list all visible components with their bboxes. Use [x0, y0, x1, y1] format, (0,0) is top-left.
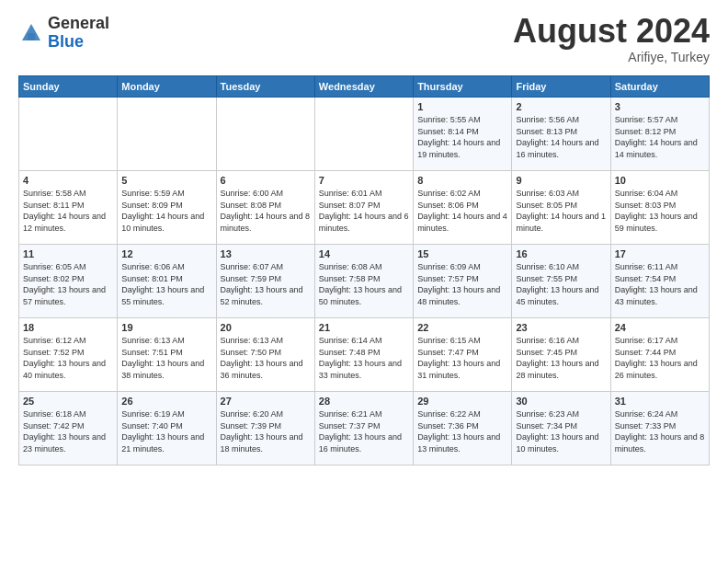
logo-blue-text: Blue	[48, 32, 84, 51]
logo-general-text: General	[48, 14, 109, 32]
week-row-0: 1 Sunrise: 5:55 AMSunset: 8:14 PMDayligh…	[19, 98, 710, 171]
day-number: 12	[121, 248, 211, 259]
logo-icon	[18, 20, 44, 46]
day-number: 1	[417, 101, 507, 112]
day-number: 11	[23, 248, 113, 259]
calendar-cell: 14 Sunrise: 6:08 AMSunset: 7:58 PMDaylig…	[314, 245, 413, 318]
day-number: 28	[319, 396, 409, 407]
day-info: Sunrise: 6:11 AMSunset: 7:54 PMDaylight:…	[615, 261, 705, 307]
calendar-cell: 20 Sunrise: 6:13 AMSunset: 7:50 PMDaylig…	[216, 318, 314, 392]
svg-rect-1	[28, 33, 35, 40]
day-number: 24	[615, 322, 705, 333]
day-info: Sunrise: 6:10 AMSunset: 7:55 PMDaylight:…	[516, 261, 606, 307]
day-number: 31	[615, 396, 705, 407]
calendar-cell: 8 Sunrise: 6:02 AMSunset: 8:06 PMDayligh…	[414, 171, 512, 245]
day-number: 7	[319, 175, 409, 186]
header-thursday: Thursday	[414, 76, 512, 98]
header-monday: Monday	[118, 76, 216, 98]
calendar-cell: 12 Sunrise: 6:06 AMSunset: 8:01 PMDaylig…	[118, 245, 216, 318]
calendar-cell: 31 Sunrise: 6:24 AMSunset: 7:33 PMDaylig…	[610, 392, 709, 465]
calendar-cell	[19, 98, 118, 171]
calendar-cell: 28 Sunrise: 6:21 AMSunset: 7:37 PMDaylig…	[314, 392, 413, 465]
calendar-cell: 23 Sunrise: 6:16 AMSunset: 7:45 PMDaylig…	[512, 318, 610, 392]
calendar-cell: 5 Sunrise: 5:59 AMSunset: 8:09 PMDayligh…	[118, 171, 216, 245]
calendar-table: SundayMondayTuesdayWednesdayThursdayFrid…	[18, 75, 710, 465]
day-number: 19	[121, 322, 211, 333]
day-info: Sunrise: 6:02 AMSunset: 8:06 PMDaylight:…	[417, 188, 507, 234]
calendar-cell	[314, 98, 413, 171]
day-number: 20	[221, 322, 311, 333]
header-saturday: Saturday	[610, 76, 709, 98]
location: Arifiye, Turkey	[513, 50, 710, 64]
week-row-2: 11 Sunrise: 6:05 AMSunset: 8:02 PMDaylig…	[19, 245, 710, 318]
day-number: 30	[516, 396, 606, 407]
day-info: Sunrise: 6:12 AMSunset: 7:52 PMDaylight:…	[23, 335, 113, 381]
day-number: 8	[417, 175, 507, 186]
day-info: Sunrise: 6:13 AMSunset: 7:51 PMDaylight:…	[121, 335, 211, 381]
day-info: Sunrise: 6:05 AMSunset: 8:02 PMDaylight:…	[23, 261, 113, 307]
calendar-cell: 25 Sunrise: 6:18 AMSunset: 7:42 PMDaylig…	[19, 392, 118, 465]
day-info: Sunrise: 6:03 AMSunset: 8:05 PMDaylight:…	[516, 188, 606, 234]
day-number: 10	[615, 175, 705, 186]
day-info: Sunrise: 6:08 AMSunset: 7:58 PMDaylight:…	[319, 261, 409, 307]
day-info: Sunrise: 6:13 AMSunset: 7:50 PMDaylight:…	[221, 335, 311, 381]
day-number: 9	[516, 175, 606, 186]
day-number: 23	[516, 322, 606, 333]
day-number: 26	[121, 396, 211, 407]
calendar-cell: 7 Sunrise: 6:01 AMSunset: 8:07 PMDayligh…	[314, 171, 413, 245]
day-number: 18	[23, 322, 113, 333]
day-number: 29	[417, 396, 507, 407]
calendar-cell: 6 Sunrise: 6:00 AMSunset: 8:08 PMDayligh…	[216, 171, 314, 245]
calendar-cell: 27 Sunrise: 6:20 AMSunset: 7:39 PMDaylig…	[216, 392, 314, 465]
header-row: SundayMondayTuesdayWednesdayThursdayFrid…	[19, 76, 710, 98]
month-title: August 2024	[513, 15, 710, 48]
day-info: Sunrise: 6:23 AMSunset: 7:34 PMDaylight:…	[516, 408, 606, 454]
day-info: Sunrise: 6:20 AMSunset: 7:39 PMDaylight:…	[221, 408, 311, 454]
day-info: Sunrise: 6:06 AMSunset: 8:01 PMDaylight:…	[121, 261, 211, 307]
day-number: 6	[221, 175, 311, 186]
day-info: Sunrise: 5:57 AMSunset: 8:12 PMDaylight:…	[615, 114, 705, 160]
calendar-cell: 15 Sunrise: 6:09 AMSunset: 7:57 PMDaylig…	[414, 245, 512, 318]
calendar-cell: 13 Sunrise: 6:07 AMSunset: 7:59 PMDaylig…	[216, 245, 314, 318]
calendar-cell: 1 Sunrise: 5:55 AMSunset: 8:14 PMDayligh…	[414, 98, 512, 171]
day-info: Sunrise: 5:55 AMSunset: 8:14 PMDaylight:…	[417, 114, 507, 160]
day-number: 2	[516, 101, 606, 112]
calendar-cell: 21 Sunrise: 6:14 AMSunset: 7:48 PMDaylig…	[314, 318, 413, 392]
day-info: Sunrise: 6:22 AMSunset: 7:36 PMDaylight:…	[417, 408, 507, 454]
calendar-cell: 19 Sunrise: 6:13 AMSunset: 7:51 PMDaylig…	[118, 318, 216, 392]
header-friday: Friday	[512, 76, 610, 98]
day-number: 13	[221, 248, 311, 259]
page-header: General Blue August 2024 Arifiye, Turkey	[18, 15, 710, 64]
day-info: Sunrise: 6:21 AMSunset: 7:37 PMDaylight:…	[319, 408, 409, 454]
day-info: Sunrise: 6:15 AMSunset: 7:47 PMDaylight:…	[417, 335, 507, 381]
day-info: Sunrise: 5:56 AMSunset: 8:13 PMDaylight:…	[516, 114, 606, 160]
week-row-1: 4 Sunrise: 5:58 AMSunset: 8:11 PMDayligh…	[19, 171, 710, 245]
calendar-cell: 9 Sunrise: 6:03 AMSunset: 8:05 PMDayligh…	[512, 171, 610, 245]
calendar-cell: 16 Sunrise: 6:10 AMSunset: 7:55 PMDaylig…	[512, 245, 610, 318]
day-info: Sunrise: 6:09 AMSunset: 7:57 PMDaylight:…	[417, 261, 507, 307]
calendar-cell: 2 Sunrise: 5:56 AMSunset: 8:13 PMDayligh…	[512, 98, 610, 171]
day-number: 22	[417, 322, 507, 333]
day-number: 14	[319, 248, 409, 259]
calendar-cell	[118, 98, 216, 171]
logo: General Blue	[18, 15, 109, 52]
day-number: 25	[23, 396, 113, 407]
calendar-cell: 3 Sunrise: 5:57 AMSunset: 8:12 PMDayligh…	[610, 98, 709, 171]
day-number: 27	[221, 396, 311, 407]
calendar-cell: 11 Sunrise: 6:05 AMSunset: 8:02 PMDaylig…	[19, 245, 118, 318]
day-number: 15	[417, 248, 507, 259]
day-number: 5	[121, 175, 211, 186]
calendar-cell: 17 Sunrise: 6:11 AMSunset: 7:54 PMDaylig…	[610, 245, 709, 318]
week-row-3: 18 Sunrise: 6:12 AMSunset: 7:52 PMDaylig…	[19, 318, 710, 392]
week-row-4: 25 Sunrise: 6:18 AMSunset: 7:42 PMDaylig…	[19, 392, 710, 465]
day-info: Sunrise: 6:16 AMSunset: 7:45 PMDaylight:…	[516, 335, 606, 381]
day-info: Sunrise: 6:14 AMSunset: 7:48 PMDaylight:…	[319, 335, 409, 381]
day-info: Sunrise: 6:18 AMSunset: 7:42 PMDaylight:…	[23, 408, 113, 454]
calendar-cell: 4 Sunrise: 5:58 AMSunset: 8:11 PMDayligh…	[19, 171, 118, 245]
day-number: 4	[23, 175, 113, 186]
header-sunday: Sunday	[19, 76, 118, 98]
day-info: Sunrise: 6:04 AMSunset: 8:03 PMDaylight:…	[615, 188, 705, 234]
day-info: Sunrise: 6:19 AMSunset: 7:40 PMDaylight:…	[121, 408, 211, 454]
day-number: 21	[319, 322, 409, 333]
calendar-cell: 24 Sunrise: 6:17 AMSunset: 7:44 PMDaylig…	[610, 318, 709, 392]
